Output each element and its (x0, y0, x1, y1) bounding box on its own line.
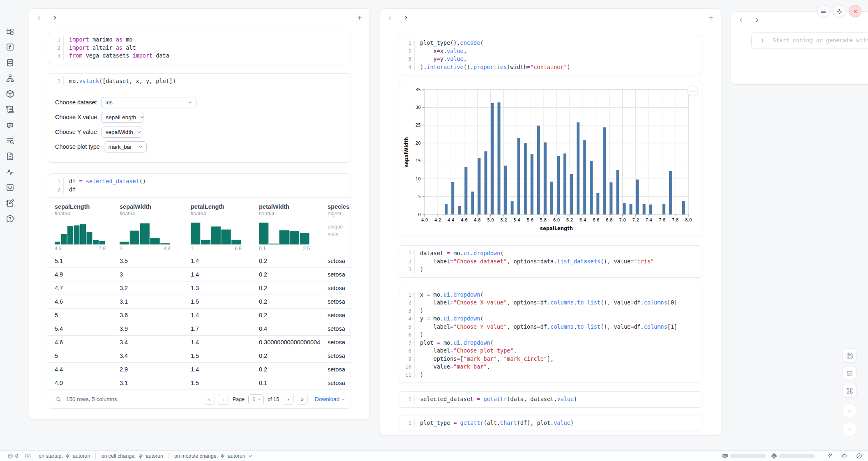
error-indicator[interactable]: 0 (7, 453, 18, 459)
code-line[interactable]: 5 label="Choose Y value", options=df.col… (399, 323, 702, 331)
column-histogram[interactable] (55, 221, 106, 244)
column-histogram[interactable] (259, 221, 310, 244)
empty-code-cell[interactable]: 1Start coding or generate with AI (751, 32, 868, 49)
table-row[interactable]: 53.41.50.2setosa (48, 349, 351, 362)
code-cell-vstack[interactable]: 1mo.vstack([dataset, x, y, plot]) Choose… (48, 73, 351, 163)
column-histogram[interactable] (120, 221, 171, 244)
memory-usage[interactable] (722, 453, 766, 459)
fold-chevron-icon[interactable] (411, 316, 415, 320)
cpu-usage[interactable] (771, 453, 815, 459)
code-line[interactable]: 3 y=y.value, (399, 55, 702, 63)
table-row[interactable]: 4.42.91.40.2setosa (48, 362, 351, 376)
code-cell-xyplot[interactable]: 1x = mo.ui.dropdown(2 label="Choose X va… (399, 287, 702, 383)
function-square-icon[interactable] (6, 43, 14, 51)
add-cell-icon[interactable] (708, 14, 714, 21)
first-page-button[interactable]: « (204, 394, 215, 405)
code-line[interactable]: 1plot_type().encode( (399, 39, 702, 47)
column-histogram[interactable] (191, 221, 242, 244)
code-line[interactable]: 3from vega_datasets import data (48, 52, 351, 60)
code-line[interactable]: 1selected_dataset = getattr(data, datase… (399, 395, 702, 403)
notebook-pen-icon[interactable] (6, 199, 14, 207)
code-line[interactable]: 3) (399, 265, 702, 274)
code-line[interactable]: 1x = mo.ui.dropdown( (399, 291, 702, 299)
bot-chat-icon[interactable] (6, 121, 14, 129)
column-header-petalLength[interactable]: petalLengthfloat6416.9 (184, 198, 252, 254)
next-page-button[interactable]: › (283, 394, 294, 405)
code-cell-selected-dataset[interactable]: 1selected_dataset = getattr(data, datase… (399, 391, 702, 408)
code-line[interactable]: 9 options=["mark_bar", "mark_circle"], (399, 355, 702, 363)
code-line[interactable]: 11) (399, 371, 702, 379)
code-line[interactable]: 1df = selected_dataset() (48, 177, 351, 186)
stop-button[interactable] (842, 403, 857, 418)
copilot-button[interactable] (841, 453, 847, 459)
network-icon[interactable] (6, 74, 14, 83)
last-page-button[interactable]: » (297, 394, 308, 405)
file-tree-icon[interactable] (6, 27, 14, 36)
column-header-sepalWidth[interactable]: sepalWidthfloat6424.4 (113, 198, 184, 254)
code-cell-plot[interactable]: 1plot_type().encode(2 x=x.value,3 y=y.va… (399, 35, 702, 75)
column-header-species[interactable]: speciesobjectuniquenulls: (321, 198, 351, 254)
code-line[interactable]: 1plot_type = getattr(alt.Chart(df), plot… (399, 419, 702, 427)
fold-chevron-icon[interactable] (411, 41, 415, 44)
code-line[interactable]: 2 label="Choose X value", options=df.col… (399, 299, 702, 307)
code-line[interactable]: 10 value="mark_bar", (399, 363, 702, 371)
choose-dataset-select[interactable]: iris (101, 97, 196, 108)
connection-status-button[interactable] (856, 453, 862, 459)
choose-x-value-select[interactable]: sepalLength (101, 112, 143, 123)
code-line[interactable]: 7plot = mo.ui.dropdown( (399, 339, 702, 347)
page-select[interactable]: 1 (248, 394, 264, 404)
table-row[interactable]: 4.63.11.50.2setosa (48, 295, 351, 308)
add-cell-icon[interactable] (356, 14, 363, 21)
chevron-right-icon[interactable] (753, 17, 760, 23)
database-icon[interactable] (6, 58, 14, 67)
chevron-left-icon[interactable] (738, 17, 744, 23)
code-line[interactable]: 4).interactive().properties(width="conta… (399, 63, 702, 71)
runtime-config-3[interactable]: on module change:autorun (174, 453, 253, 459)
save-button[interactable] (843, 348, 856, 362)
fold-chevron-icon[interactable] (411, 341, 415, 344)
table-row[interactable]: 4.93.11.50.1setosa (48, 376, 351, 390)
table-row[interactable]: 53.61.40.2setosa (48, 308, 351, 322)
chevron-right-icon[interactable] (51, 14, 58, 21)
activity-icon[interactable] (6, 168, 14, 176)
code-line[interactable]: 1mo.vstack([dataset, x, y, plot]) (48, 77, 351, 85)
chevron-left-icon[interactable] (387, 14, 393, 21)
package-icon[interactable] (6, 90, 14, 98)
code-line[interactable]: 1import marimo as mo (48, 36, 351, 44)
runtime-config-2[interactable]: on cell change:autorun (101, 453, 163, 459)
chevron-right-icon[interactable] (402, 14, 409, 21)
code-line[interactable]: 1dataset = mo.ui.dropdown( (399, 249, 702, 258)
chart-menu-icon[interactable]: ⋯ (687, 85, 698, 96)
code-line[interactable]: 6) (399, 331, 702, 339)
code-line[interactable]: 4y = mo.ui.dropdown( (399, 315, 702, 323)
code-cell-plot-type[interactable]: 1plot_type = getattr(alt.Chart(df), plot… (399, 415, 702, 431)
code-line[interactable]: 2df (48, 186, 351, 194)
bar-chart[interactable]: 4.04.24.44.64.85.05.25.45.65.86.06.26.46… (401, 84, 702, 235)
settings-button[interactable] (833, 5, 845, 17)
scroll-text-icon[interactable] (6, 105, 14, 114)
ai-assist-button[interactable] (826, 453, 833, 459)
code-line[interactable]: 2 label="Choose dataset", options=data.l… (399, 258, 702, 266)
file-text-icon[interactable] (6, 152, 14, 161)
table-row[interactable]: 5.43.91.70.4setosa (48, 322, 351, 335)
fold-chevron-icon[interactable] (411, 293, 415, 296)
column-header-petalWidth[interactable]: petalWidthfloat640.12.5 (252, 198, 321, 254)
search-icon[interactable] (55, 396, 62, 402)
text-search-icon[interactable] (6, 136, 14, 145)
close-button[interactable] (849, 5, 861, 17)
prev-page-button[interactable]: ‹ (218, 394, 229, 405)
code-line[interactable]: 2 x=x.value, (399, 47, 702, 55)
choose-plot-type-select[interactable]: mark_bar (104, 141, 147, 152)
download-button[interactable]: Download (315, 396, 346, 402)
code-line[interactable]: 3) (399, 307, 702, 315)
column-header-sepalLength[interactable]: sepalLengthfloat644.37.9 (48, 198, 113, 254)
menu-button[interactable] (817, 5, 829, 17)
code-snippet-icon[interactable] (6, 183, 14, 192)
terminal-button[interactable] (25, 453, 31, 459)
table-row[interactable]: 5.13.51.40.2setosa (48, 254, 351, 267)
code-cell-df[interactable]: 1df = selected_dataset()2df sepalLengthf… (48, 173, 351, 409)
fold-chevron-icon[interactable] (411, 251, 415, 255)
run-button[interactable] (842, 422, 857, 437)
table-row[interactable]: 4.63.41.40.30000000000000004setosa (48, 335, 351, 349)
runtime-config-1[interactable]: on startup:autorun (39, 453, 90, 459)
